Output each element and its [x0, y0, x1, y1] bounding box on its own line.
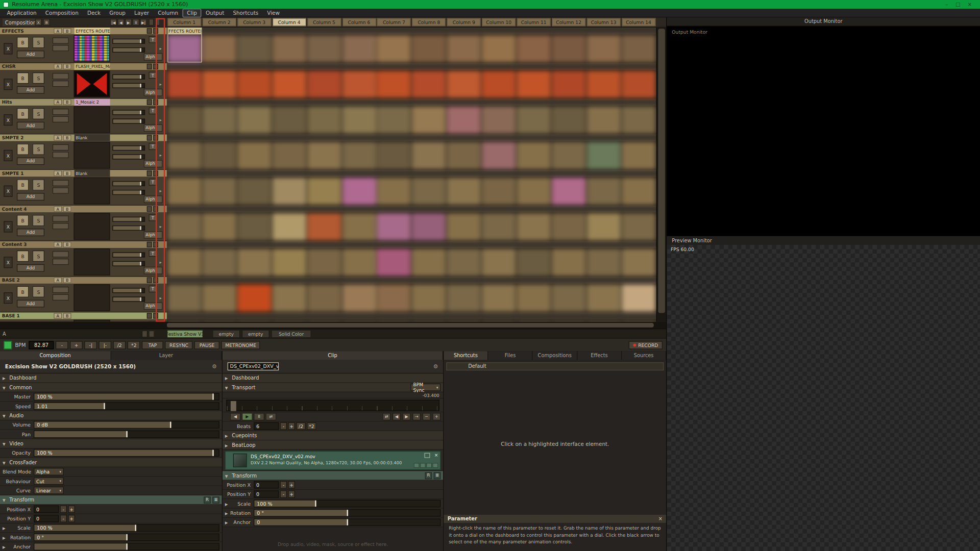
- menu-group[interactable]: Group: [106, 9, 129, 17]
- clip-cell[interactable]: [622, 106, 655, 134]
- clip-cell[interactable]: [552, 213, 585, 241]
- layer-crossfader-b-button[interactable]: B: [63, 99, 71, 105]
- layer-crossfader-b-button[interactable]: B: [63, 64, 71, 69]
- tab-shortcuts[interactable]: Shortcuts: [444, 351, 488, 360]
- close-icon[interactable]: ×: [968, 2, 972, 7]
- clip-cell[interactable]: [167, 142, 201, 169]
- param-arrow-icon[interactable]: ▶: [225, 511, 230, 515]
- fader-handle[interactable]: [140, 262, 141, 265]
- clip-cell[interactable]: [307, 35, 341, 63]
- clip-cell[interactable]: [272, 213, 306, 241]
- layer-header-icon[interactable]: [147, 170, 152, 176]
- clip-cell[interactable]: [517, 106, 551, 134]
- slider-handle[interactable]: [212, 393, 213, 399]
- param-value-box[interactable]: 0: [34, 515, 59, 522]
- composition-section-dashboard[interactable]: ▶Dashboard: [0, 373, 222, 383]
- param-slider[interactable]: 100 %: [34, 524, 219, 532]
- decrement-button[interactable]: -: [60, 506, 67, 513]
- layer-fader[interactable]: [112, 288, 145, 293]
- clip-cell[interactable]: [377, 178, 411, 205]
- composition-transport-icon[interactable]: ▶|: [140, 19, 146, 26]
- layer-fader[interactable]: [112, 154, 145, 159]
- param-slider[interactable]: 100 %: [34, 449, 219, 457]
- bpm-adjust-button-0[interactable]: -: [56, 341, 68, 349]
- transform-record-button[interactable]: R: [204, 496, 210, 503]
- clip-cell[interactable]: [587, 248, 621, 276]
- transport-pause-button[interactable]: II: [254, 413, 264, 420]
- menu-shortcuts[interactable]: Shortcuts: [229, 9, 262, 17]
- layer-crossfader-a-button[interactable]: A: [54, 99, 62, 105]
- clip-cell[interactable]: [377, 35, 411, 63]
- clip-cell[interactable]: [552, 142, 585, 169]
- slider-handle[interactable]: [135, 525, 136, 531]
- clip-section-dashboard[interactable]: ▶Dashboard: [223, 373, 443, 383]
- menu-view[interactable]: View: [263, 9, 283, 17]
- clip-cell[interactable]: [342, 142, 376, 169]
- clip-cell[interactable]: [342, 70, 376, 98]
- layer-add-button[interactable]: Add: [17, 51, 44, 58]
- deck-tab-solid-color-3[interactable]: Solid Color: [271, 330, 311, 338]
- fader-handle[interactable]: [140, 75, 141, 79]
- layer-crossfader-a-button[interactable]: A: [54, 170, 62, 176]
- menu-application[interactable]: Application: [3, 9, 40, 17]
- decrement-button[interactable]: -: [60, 515, 67, 522]
- tab-composition[interactable]: Composition: [0, 351, 111, 360]
- clip-cell[interactable]: [272, 70, 306, 98]
- transform-menu-button[interactable]: ≣: [434, 472, 440, 479]
- param-arrow-icon[interactable]: ▶: [3, 525, 8, 530]
- clip-cell[interactable]: [203, 142, 236, 169]
- layer-fader[interactable]: [112, 253, 145, 258]
- horizontal-scrollbar-handle[interactable]: [167, 323, 654, 328]
- clip-section-cuepoints[interactable]: ▶Cuepoints: [223, 431, 443, 440]
- clip-cell[interactable]: [587, 178, 621, 205]
- fader-handle[interactable]: [140, 226, 141, 230]
- layer-crossfader-b-button[interactable]: B: [63, 242, 71, 247]
- output-monitor-tab[interactable]: Output Monitor: [667, 17, 980, 26]
- clip-cell[interactable]: [237, 142, 271, 169]
- fader-handle[interactable]: [140, 48, 141, 52]
- transport-back-button[interactable]: ◀: [230, 413, 241, 420]
- clip-cell[interactable]: [622, 142, 655, 169]
- increment-button[interactable]: +: [68, 515, 75, 522]
- bpm-adjust-button-5[interactable]: *2: [128, 341, 140, 349]
- param-slider[interactable]: [34, 431, 219, 438]
- fader-handle[interactable]: [140, 39, 141, 43]
- clip-cell[interactable]: [377, 284, 411, 312]
- layer-mini-control[interactable]: [53, 259, 69, 265]
- column-header-1[interactable]: Column 1: [167, 18, 201, 27]
- clip-cell[interactable]: [307, 106, 341, 134]
- layer-clear-button[interactable]: X: [4, 150, 12, 161]
- layer-fader[interactable]: [112, 145, 145, 151]
- record-button[interactable]: RECORD: [629, 341, 663, 349]
- clip-cell[interactable]: [342, 284, 376, 312]
- fader-handle[interactable]: [140, 190, 141, 194]
- clip-cell[interactable]: [447, 284, 481, 312]
- param-slider[interactable]: 0 °: [254, 509, 440, 517]
- composition-active-indicator[interactable]: [4, 341, 12, 349]
- composition-header-icon[interactable]: [149, 19, 154, 26]
- param-value-box[interactable]: 0: [254, 481, 279, 489]
- layer-solo-button[interactable]: S: [33, 215, 44, 226]
- fader-handle[interactable]: [140, 155, 141, 159]
- clip-cell[interactable]: [377, 70, 411, 98]
- shortcuts-preset-dropdown[interactable]: Default: [446, 362, 664, 370]
- layer-solo-button[interactable]: S: [33, 72, 44, 84]
- layer-mini-control[interactable]: [53, 223, 69, 229]
- clip-cell[interactable]: [412, 213, 446, 241]
- clip-cell[interactable]: [377, 106, 411, 134]
- layer-fader[interactable]: [112, 190, 145, 195]
- transport-loop-button[interactable]: ⇄: [265, 413, 276, 420]
- layer-mini-control[interactable]: [53, 180, 69, 186]
- layer-add-button[interactable]: Add: [17, 122, 44, 130]
- bpm-adjust-button-3[interactable]: |-: [99, 341, 111, 349]
- layer-solo-button[interactable]: S: [33, 179, 44, 190]
- clip-cell[interactable]: [482, 248, 516, 276]
- layer-fader[interactable]: [112, 39, 145, 44]
- menu-composition[interactable]: Composition: [41, 9, 82, 17]
- maximize-icon[interactable]: □: [955, 2, 960, 7]
- clip-connect-arrow[interactable]: ▸: [158, 117, 164, 122]
- beats-2-button[interactable]: *2: [307, 422, 316, 430]
- deck-tab-festiva-show-v1-0[interactable]: Festiva Show V1: [167, 330, 203, 338]
- column-header-14[interactable]: Column 14: [622, 18, 655, 27]
- clip-cell[interactable]: [167, 284, 201, 312]
